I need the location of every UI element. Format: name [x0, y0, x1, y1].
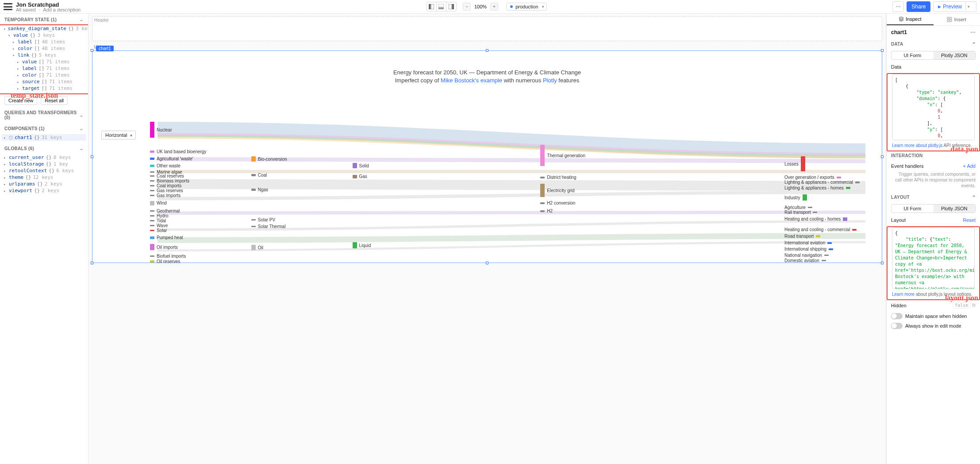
sankey-node: Other waste	[150, 163, 181, 168]
sankey-node: Coal	[251, 173, 267, 178]
tree-row[interactable]: ▸color [] 71 items	[15, 72, 86, 78]
share-button[interactable]: Share	[907, 1, 930, 12]
tree-row[interactable]: ▸localStorage {} 1 key	[2, 161, 86, 167]
section-data[interactable]: DATA⌃	[887, 39, 980, 49]
chart-title-link1[interactable]: Mike Bostock's example	[441, 77, 502, 84]
section-globals[interactable]: GLOBALS (6)⌄	[0, 143, 88, 154]
canvas-header-zone[interactable]: Header	[92, 16, 882, 41]
inspector-component-name: chart1	[891, 29, 907, 35]
data-json-editor[interactable]: [ { "type": "sankey", "domain": { "x": […	[892, 74, 975, 140]
zoom-in-button[interactable]: +	[490, 3, 498, 11]
chart-title-link2[interactable]: Plotly	[543, 77, 557, 84]
more-icon[interactable]: ⋯	[970, 29, 976, 35]
tree-row[interactable]: ▸theme {} 12 keys	[2, 174, 86, 181]
tree-row[interactable]: ▾link {} 5 keys	[11, 52, 86, 58]
tree-row[interactable]: ▸⬡chart1 {} 31 keys	[2, 134, 86, 141]
svg-rect-0	[429, 4, 430, 9]
resize-handle[interactable]	[486, 262, 488, 264]
layout-right-icon[interactable]	[446, 2, 456, 11]
tree-row[interactable]: ▸target [] 71 items	[15, 85, 86, 92]
section-queries[interactable]: QUERIES AND TRANSFORMERS (0)⌄	[0, 108, 88, 123]
tree-row[interactable]: ▾value {} 3 keys	[6, 32, 86, 39]
sankey-chart: NuclearUK land based bioenergyAgricultur…	[150, 122, 873, 255]
resize-handle[interactable]	[486, 49, 488, 52]
resize-handle[interactable]	[881, 49, 884, 52]
sankey-node: District heating	[540, 175, 576, 180]
sankey-node: Coal reserves	[150, 174, 184, 178]
tab-insert[interactable]: Insert	[934, 14, 980, 25]
chevron-down-icon: ⌄	[79, 16, 84, 23]
hidden-value[interactable]: false	[953, 302, 970, 309]
resize-handle[interactable]	[91, 155, 93, 158]
svg-rect-9	[950, 20, 952, 22]
resize-handle[interactable]	[91, 262, 93, 264]
layout-reset[interactable]: Reset	[963, 217, 976, 223]
tree-row[interactable]: ▸label [] 48 items	[11, 39, 86, 45]
layout-bottom-icon[interactable]	[437, 2, 446, 11]
resize-handle[interactable]	[881, 155, 884, 158]
tree-row[interactable]: ▸color [] 48 items	[11, 45, 86, 52]
data-format-tabs[interactable]: UI Form Plotly JSON	[891, 51, 976, 60]
chevron-down-icon[interactable]: ▾	[965, 3, 972, 11]
tree-row[interactable]: ▸viewport {} 2 keys	[2, 187, 86, 194]
section-layout[interactable]: LAYOUT⌃	[887, 192, 980, 202]
section-components[interactable]: COMPONENTS (1)⌄	[0, 123, 88, 134]
chart-title: Energy forecast for 2050, UK — Departmen…	[92, 51, 882, 85]
tab-inspect[interactable]: Inspect	[887, 14, 934, 25]
pill-plotly[interactable]: Plotly JSON	[934, 51, 976, 59]
always-show-toggle[interactable]	[891, 323, 903, 329]
tree-row[interactable]: ▸current_user {} 8 keys	[2, 154, 86, 161]
tree-row[interactable]: ▸urlparams {} 2 keys	[2, 181, 86, 187]
fx-icon[interactable]: fx	[972, 303, 976, 308]
chevron-up-icon: ⌃	[972, 195, 976, 200]
sankey-node: International aviation	[784, 240, 832, 245]
tree-row[interactable]: ▸value [] 71 items	[15, 58, 86, 65]
add-description[interactable]: Add a description	[43, 7, 81, 12]
section-temp-state[interactable]: TEMPORARY STATE (1)⌄	[0, 14, 88, 25]
preview-button[interactable]: ▶ Preview ▾	[933, 1, 976, 12]
tree-row[interactable]: ▸retoolContext {} 6 keys	[2, 167, 86, 174]
hidden-label: Hidden	[891, 303, 907, 308]
svg-rect-2	[438, 4, 444, 7]
layout-toggle[interactable]	[427, 2, 457, 12]
orientation-select[interactable]: Horizontal	[101, 131, 136, 139]
sankey-node: Industry	[784, 194, 807, 201]
environment-select[interactable]: production	[506, 3, 546, 11]
tree-row[interactable]: ▸label [] 71 items	[15, 65, 86, 72]
chart-component[interactable]: chart1 Energy forecast for 2050, UK — De…	[92, 50, 882, 263]
sankey-node: Bio-conversion	[251, 156, 287, 162]
tree-row[interactable]: ▸source [] 71 items	[15, 78, 86, 85]
chart-tab-label[interactable]: chart1	[96, 46, 114, 51]
layout-json-editor[interactable]: { "title": {"text": "Energy forecast for…	[892, 227, 975, 289]
maintain-space-toggle[interactable]	[891, 313, 903, 319]
layout-left-icon[interactable]	[427, 2, 437, 11]
resize-handle[interactable]	[881, 262, 884, 264]
add-event-handler[interactable]: + Add	[963, 163, 976, 169]
sankey-node: Losses	[784, 156, 805, 171]
sankey-node: Hydro	[150, 213, 169, 218]
layout-format-tabs[interactable]: UI Form Plotly JSON	[891, 204, 976, 213]
sankey-node: Over generation / exports	[784, 175, 841, 180]
create-new-button[interactable]: Create new	[4, 96, 37, 105]
pill-uiform[interactable]: UI Form	[892, 51, 934, 59]
pill-uiform-layout[interactable]: UI Form	[892, 205, 934, 213]
resize-handle[interactable]	[91, 49, 93, 52]
zoom-out-button[interactable]: −	[463, 3, 471, 11]
section-interaction[interactable]: INTERACTION	[887, 151, 980, 161]
event-hint: Trigger queries, control components, or …	[887, 171, 980, 192]
canvas[interactable]: Header Main chart1 Energy forecast for 2…	[88, 14, 886, 464]
more-button[interactable]: ⋯	[892, 1, 904, 12]
sankey-node: Ngas	[251, 187, 268, 192]
sankey-node: Lighting & appliances - homes	[784, 186, 850, 190]
sankey-node: Oil reserves	[150, 259, 180, 264]
tree-row[interactable]: ▸sankey_diagram_state {} 3 keys	[2, 25, 86, 32]
layout-learn-link[interactable]: Learn more	[892, 292, 915, 297]
reset-all-button[interactable]: Reset all	[41, 96, 68, 105]
pill-plotly-layout[interactable]: Plotly JSON	[934, 205, 976, 213]
left-sidebar: TEMPORARY STATE (1)⌄ ▸sankey_diagram_sta…	[0, 14, 88, 464]
data-learn-link[interactable]: Learn more about plotly.js	[892, 143, 942, 148]
chevron-down-icon: ⌄	[79, 145, 84, 151]
sankey-node: Electricity grid	[540, 184, 574, 197]
sankey-node: Tidal	[150, 218, 166, 223]
menu-icon[interactable]	[4, 3, 12, 10]
